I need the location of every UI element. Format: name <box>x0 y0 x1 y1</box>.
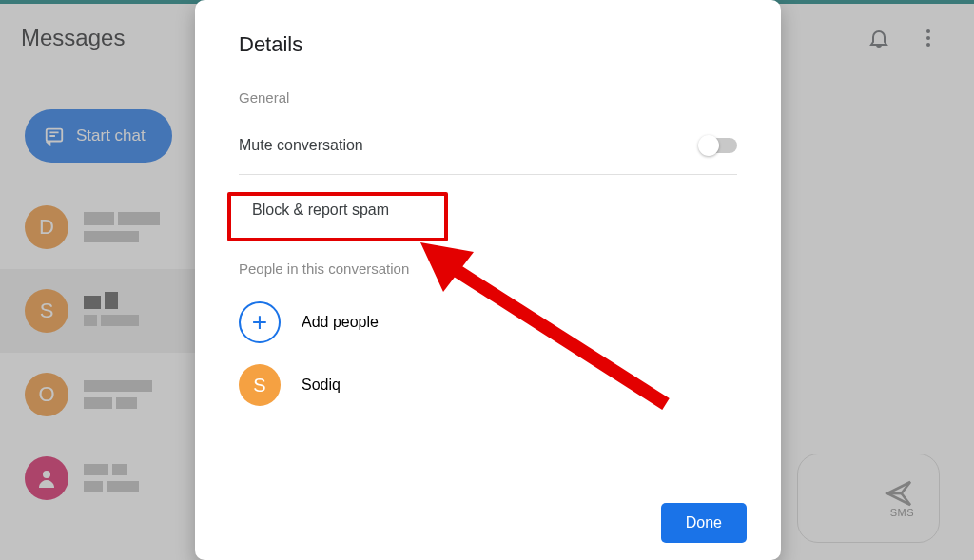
block-label: Block & report spam <box>252 202 389 218</box>
send-sms-button[interactable]: SMS <box>797 454 940 543</box>
block-report-spam-button[interactable]: Block & report spam <box>239 188 737 232</box>
mute-conversation-row[interactable]: Mute conversation <box>239 126 737 164</box>
more-icon[interactable] <box>917 27 940 49</box>
avatar: D <box>25 205 68 249</box>
svg-point-4 <box>43 471 50 478</box>
section-label-general: General <box>239 89 737 106</box>
mute-toggle[interactable] <box>699 138 737 153</box>
conversation-item[interactable]: S <box>0 269 195 353</box>
done-button[interactable]: Done <box>661 503 747 543</box>
add-people-button[interactable]: + Add people <box>239 296 737 349</box>
start-chat-label: Start chat <box>76 126 146 145</box>
start-chat-button[interactable]: Start chat <box>25 109 172 163</box>
mute-label: Mute conversation <box>239 137 363 154</box>
app-title: Messages <box>21 25 125 51</box>
conversation-list: D S O <box>0 185 195 520</box>
details-dialog: Details General Mute conversation Block … <box>195 0 781 560</box>
send-icon <box>884 478 914 509</box>
conversation-item[interactable]: D <box>0 185 195 269</box>
svg-point-2 <box>926 43 930 47</box>
plus-icon: + <box>239 301 281 343</box>
conversation-member[interactable]: S Sodiq <box>239 358 737 412</box>
member-avatar: S <box>239 364 281 406</box>
section-label-people: People in this conversation <box>239 261 737 277</box>
divider <box>239 174 737 175</box>
avatar-person-icon <box>25 456 68 500</box>
svg-point-0 <box>926 29 930 33</box>
sms-label: SMS <box>890 507 914 518</box>
notifications-icon[interactable] <box>867 27 890 49</box>
avatar: O <box>25 373 68 416</box>
member-name: Sodiq <box>302 377 341 394</box>
svg-point-1 <box>926 36 930 40</box>
add-people-label: Add people <box>302 314 379 331</box>
conversation-item[interactable]: O <box>0 353 195 436</box>
avatar: S <box>25 289 68 333</box>
conversation-item[interactable] <box>0 436 195 520</box>
dialog-title: Details <box>239 32 737 57</box>
